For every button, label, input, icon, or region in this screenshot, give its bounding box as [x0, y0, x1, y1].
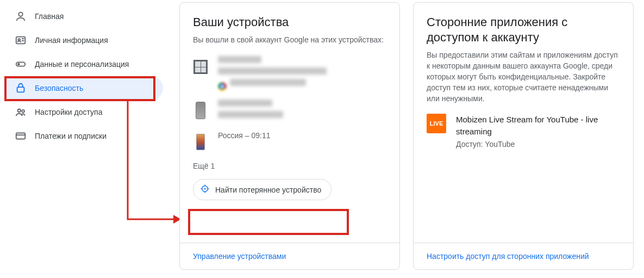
sidebar: Главная Личная информация Данные и персо… [5, 4, 163, 148]
thirdparty-apps-card: Сторонние приложения с доступом к аккаун… [413, 2, 634, 270]
sidebar-item-security[interactable]: Безопасность [5, 76, 163, 100]
svg-point-4 [17, 63, 20, 66]
svg-point-10 [204, 188, 206, 190]
find-device-button[interactable]: Найти потерянное устройство [193, 179, 332, 200]
phone-icon [193, 100, 208, 121]
devices-card: Ваши устройства Вы вошли в свой аккаунт … [179, 2, 400, 270]
svg-point-2 [18, 39, 20, 41]
device-row[interactable] [193, 53, 386, 96]
sidebar-item-data[interactable]: Данные и персонализация [5, 52, 163, 76]
toggle-icon [14, 58, 27, 71]
app-row[interactable]: LIVE Mobizen Live Stream for YouTube - l… [427, 114, 620, 149]
apps-title: Сторонние приложения с доступом к аккаун… [427, 15, 620, 45]
svg-rect-8 [16, 133, 26, 139]
phone-icon [193, 131, 208, 153]
sidebar-item-home[interactable]: Главная [5, 4, 163, 28]
apps-description: Вы предоставили этим сайтам и приложения… [427, 50, 620, 104]
more-devices-label[interactable]: Ещё 1 [193, 162, 386, 170]
sidebar-item-label: Личная информация [35, 36, 108, 45]
sidebar-item-label: Главная [35, 12, 64, 21]
sidebar-item-label: Платежи и подписки [35, 132, 107, 140]
sidebar-item-personal[interactable]: Личная информация [5, 28, 163, 52]
card-icon [14, 129, 27, 143]
people-icon [14, 106, 27, 119]
id-card-icon [14, 34, 27, 47]
lock-icon [14, 82, 27, 95]
svg-point-0 [18, 13, 22, 16]
sidebar-item-label: Настройки доступа [35, 108, 102, 116]
sidebar-item-label: Безопасность [35, 84, 83, 92]
sidebar-item-sharing[interactable]: Настройки доступа [5, 100, 163, 124]
app-access: Доступ: YouTube [456, 140, 620, 149]
manage-apps-link[interactable]: Настроить доступ для сторонних приложени… [414, 243, 633, 269]
home-icon [14, 10, 27, 23]
device-row[interactable]: Россия – 09:11 [193, 128, 386, 158]
app-icon: LIVE [427, 114, 446, 133]
target-icon [200, 184, 210, 195]
manage-devices-link[interactable]: Управление устройствами [180, 243, 399, 269]
svg-point-6 [18, 109, 21, 113]
svg-point-7 [22, 110, 24, 113]
devices-description: Вы вошли в свой аккаунт Google на этих у… [193, 34, 386, 45]
svg-rect-5 [17, 87, 24, 92]
device-row[interactable] [193, 96, 386, 128]
windows-icon [193, 56, 208, 78]
sidebar-item-payments[interactable]: Платежи и подписки [5, 124, 163, 148]
device-activity: Россия – 09:11 [218, 131, 386, 140]
find-device-label: Найти потерянное устройство [215, 186, 321, 194]
app-name: Mobizen Live Stream for YouTube - live s… [456, 114, 620, 138]
chrome-icon [218, 82, 227, 91]
sidebar-item-label: Данные и персонализация [35, 60, 129, 69]
devices-title: Ваши устройства [193, 15, 386, 30]
